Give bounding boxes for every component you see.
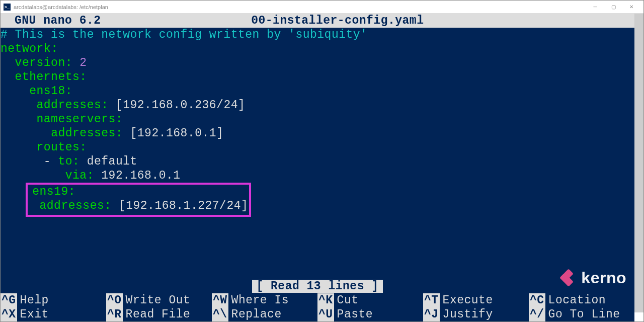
key-ens19-addresses: addresses xyxy=(40,199,105,212)
maximize-button[interactable]: ▢ xyxy=(604,2,622,12)
key-ethernets: ethernets xyxy=(15,70,80,84)
nano-app-name: GNU nano 6.2 xyxy=(1,14,101,28)
key-ens18: ens18 xyxy=(29,85,65,98)
key-route-via: via xyxy=(65,169,87,182)
val-route-via: 192.168.0.1 xyxy=(101,169,180,182)
terminal-area[interactable]: GNU nano 6.2 00-installer-config.yaml # … xyxy=(1,14,634,321)
nano-status-text: [ Read 13 lines ] xyxy=(252,280,382,293)
shortcut-cut[interactable]: ^KCut xyxy=(317,293,423,307)
key-ens18-addresses: addresses xyxy=(37,99,102,112)
nano-filename: 00-installer-config.yaml xyxy=(101,14,634,28)
vertical-scrollbar[interactable] xyxy=(634,14,643,312)
nano-header: GNU nano 6.2 00-installer-config.yaml xyxy=(1,14,634,28)
key-network: network xyxy=(1,42,51,55)
yaml-comment: # This is the network config written by … xyxy=(1,28,367,41)
val-route-to: default xyxy=(87,155,137,168)
powershell-icon: >_ xyxy=(4,4,11,11)
highlight-annotation: ens19: addresses: [192.168.1.227/24] xyxy=(26,183,251,217)
shortcut-replace[interactable]: ^\Replace xyxy=(212,307,317,321)
val-ens19-addresses: [192.168.1.227/24] xyxy=(119,199,248,212)
shortcut-justify[interactable]: ^JJustify xyxy=(423,307,529,321)
shortcut-help[interactable]: ^GHelp xyxy=(1,293,106,307)
shortcut-writeout[interactable]: ^OWrite Out xyxy=(106,293,212,307)
nano-shortcuts: ^GHelp ^OWrite Out ^WWhere Is ^KCut ^TEx… xyxy=(1,293,634,321)
app-window: >_ arcdatalabs@arcdatalabs: /etc/netplan… xyxy=(0,0,644,322)
shortcut-whereis[interactable]: ^WWhere Is xyxy=(212,293,317,307)
watermark-text: kerno xyxy=(581,271,626,285)
val-version: 2 xyxy=(79,56,87,69)
shortcut-execute[interactable]: ^TExecute xyxy=(423,293,529,307)
kerno-icon xyxy=(561,270,576,285)
val-ns-addresses: [192.168.0.1] xyxy=(130,127,223,140)
editor-body[interactable]: # This is the network config written by … xyxy=(1,28,634,217)
key-route-to: to xyxy=(58,155,72,168)
key-routes: routes xyxy=(37,141,80,154)
key-ens19: ens19 xyxy=(32,185,68,198)
window-title: arcdatalabs@arcdatalabs: /etc/netplan xyxy=(14,4,108,10)
val-ens18-addresses: [192.168.0.236/24] xyxy=(116,99,245,112)
watermark-logo: kerno xyxy=(561,270,626,285)
minimize-button[interactable]: ─ xyxy=(586,2,604,12)
shortcut-readfile[interactable]: ^RRead File xyxy=(106,307,212,321)
key-version: version xyxy=(15,56,65,69)
shortcut-location[interactable]: ^CLocation xyxy=(529,293,634,307)
shortcut-paste[interactable]: ^UPaste xyxy=(317,307,423,321)
shortcut-gotoline[interactable]: ^/Go To Line xyxy=(529,307,634,321)
key-nameservers: nameservers xyxy=(37,113,116,126)
shortcut-exit[interactable]: ^XExit xyxy=(1,307,106,321)
titlebar[interactable]: >_ arcdatalabs@arcdatalabs: /etc/netplan… xyxy=(1,1,643,14)
nano-status-line: [ Read 13 lines ] xyxy=(1,279,634,293)
key-ns-addresses: addresses xyxy=(51,127,116,140)
scrollbar-thumb[interactable] xyxy=(635,14,643,312)
close-button[interactable]: ✕ xyxy=(622,2,640,12)
